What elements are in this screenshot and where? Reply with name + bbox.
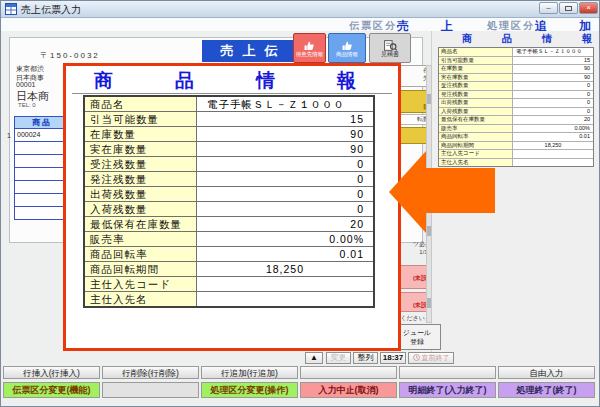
minimize-button[interactable]: – (539, 2, 558, 14)
detail-end-button[interactable]: 明細終了(入力終了) (399, 382, 496, 398)
close-button[interactable]: × (579, 2, 598, 14)
row-append-button[interactable]: 行追加(行追加) (201, 366, 298, 379)
scrollbar-thumb[interactable] (427, 226, 431, 236)
process-end-button[interactable]: 処理終了(終了) (498, 382, 595, 398)
field-label: 主仕入先コード (85, 277, 197, 291)
field-value: 0.00% (513, 125, 593, 133)
field-label: 実在庫数量 (439, 74, 513, 82)
field-label: 受注残数量 (85, 157, 197, 171)
field-value (197, 277, 373, 291)
field-label: 入荷残数量 (85, 202, 197, 216)
field-label: 実在庫数量 (85, 142, 197, 156)
field-value: 20 (513, 116, 593, 124)
table-row: 実在庫数量90 (439, 74, 593, 83)
table-row: 最低保有在庫数量20 (85, 217, 373, 232)
customer-info-button[interactable]: 得意先情報 (293, 33, 326, 63)
table-row: 出荷残数量0 (85, 187, 373, 202)
field-value: 0 (513, 91, 593, 99)
sort-button[interactable]: 整列 (353, 352, 378, 364)
blank-function-button[interactable] (102, 382, 199, 398)
field-label: 販売率 (85, 232, 197, 246)
table-row: 在庫数量90 (85, 127, 373, 142)
grid-row-number: 1 (7, 132, 11, 139)
thumbs-up-icon (341, 40, 354, 51)
grid-cell-empty[interactable] (14, 194, 68, 207)
blank-function-button[interactable] (399, 366, 496, 379)
field-value: 15 (197, 112, 373, 126)
popup-separator (72, 93, 392, 94)
callout-arrow-tail-icon (426, 168, 495, 213)
prev-end-button[interactable]: 直前終了 (408, 352, 454, 364)
maximize-button[interactable] (559, 2, 578, 14)
product-info-table: 商品名電子手帳ＳＬ－Ｚ１０００引当可能数量15在庫数量90実在庫数量90受注残数… (83, 95, 375, 308)
field-value: 18,250 (513, 142, 593, 150)
table-row: 入荷残数量0 (85, 202, 373, 217)
estimate-label: 見積書 (381, 51, 399, 57)
title-bar: 売上伝票入力 – × (1, 1, 600, 18)
change-button[interactable]: 変更 (326, 352, 351, 364)
scrollbar-thumb[interactable] (427, 94, 431, 104)
app-window: 売上伝票入力 – × 伝票区分 売 上 処理区分 追 加 〒150-0032 東… (0, 0, 600, 407)
slip-type-label: 伝票区分 (349, 19, 397, 33)
row-delete-button[interactable]: 行削除(行削除) (102, 366, 199, 379)
scroll-up-button[interactable]: ▲ (305, 352, 323, 364)
field-label: 発注残数量 (439, 91, 513, 99)
field-value: 0.00% (197, 232, 373, 246)
field-label: 最低保有在庫数量 (85, 217, 197, 231)
customer-info-label: 得意先情報 (296, 51, 324, 57)
field-label: 出荷残数量 (439, 99, 513, 107)
field-value: 90 (513, 65, 593, 73)
fragment-text: 報 (398, 103, 429, 111)
process-type-change-button[interactable]: 処理区分変更(操作) (201, 382, 298, 398)
detail-grid: 1 商 品 000024 (14, 116, 68, 220)
table-row: 最低保有在庫数量20 (439, 116, 593, 125)
customer-code: 00001 (16, 81, 35, 88)
field-value: 18,250 (197, 262, 373, 276)
thumbs-up-icon (303, 40, 316, 51)
slip-title: 売上伝票 (202, 40, 296, 62)
product-info-label: 商品情報 (336, 51, 358, 57)
window-title: 売上伝票入力 (21, 3, 81, 17)
field-label: 引当可能数量 (85, 112, 197, 126)
table-row: 入荷残数量0 (439, 108, 593, 117)
field-value: 15 (513, 57, 593, 65)
product-info-popup: 商品情報 商品名電子手帳ＳＬ－Ｚ１０００引当可能数量15在庫数量90実在庫数量9… (63, 63, 401, 351)
table-row: 実在庫数量90 (85, 142, 373, 157)
free-input-button[interactable]: 自由入力 (498, 366, 595, 379)
table-row: 商品回転率0.01 (85, 247, 373, 262)
grid-cell-code[interactable]: 000024 (14, 129, 68, 142)
field-label: 商品回転期間 (85, 262, 197, 276)
grid-cell-empty[interactable] (14, 181, 68, 194)
slip-type-change-button[interactable]: 伝票区分変更(機能) (3, 382, 100, 398)
table-row: 主仕入先コード (85, 277, 373, 292)
table-row: 商品回転率0.01 (439, 133, 593, 142)
panel-title: 商品情報 (432, 32, 599, 46)
estimate-button[interactable]: 見積書 (369, 33, 411, 63)
product-info-button[interactable]: 商品情報 (328, 33, 366, 63)
blank-function-button[interactable] (300, 366, 397, 379)
field-label: 引当可能数量 (439, 57, 513, 65)
field-label: 商品回転期間 (439, 142, 513, 150)
field-value: 90 (197, 127, 373, 141)
clock-icon (413, 354, 420, 361)
maximize-icon (565, 6, 572, 11)
grid-cell-empty[interactable] (14, 168, 68, 181)
table-row: 商品回転期間18,250 (439, 142, 593, 151)
table-row: 販売率0.00% (439, 125, 593, 134)
input-cancel-button[interactable]: 入力中止(取消) (300, 382, 397, 398)
postal-code: 〒150-0032 (40, 50, 100, 61)
tel-label: TEL: 0 (18, 102, 36, 108)
scrollbar-thumb[interactable] (427, 298, 431, 308)
grid-cell-empty[interactable] (14, 155, 68, 168)
product-info-table-compact: 商品名電子手帳ＳＬ－Ｚ１０００引当可能数量15在庫数量90実在庫数量90受注残数… (438, 47, 594, 167)
field-value: 20 (197, 217, 373, 231)
field-value (513, 159, 593, 167)
row-insert-button[interactable]: 行挿入(行挿入) (3, 366, 100, 379)
field-value: 0 (513, 108, 593, 116)
field-value: 0 (197, 172, 373, 186)
grid-cell-empty[interactable] (14, 142, 68, 155)
field-label: 主仕入先名 (85, 292, 197, 306)
grid-cell-empty[interactable] (14, 207, 68, 220)
field-value (513, 150, 593, 158)
field-label: 出荷残数量 (85, 187, 197, 201)
